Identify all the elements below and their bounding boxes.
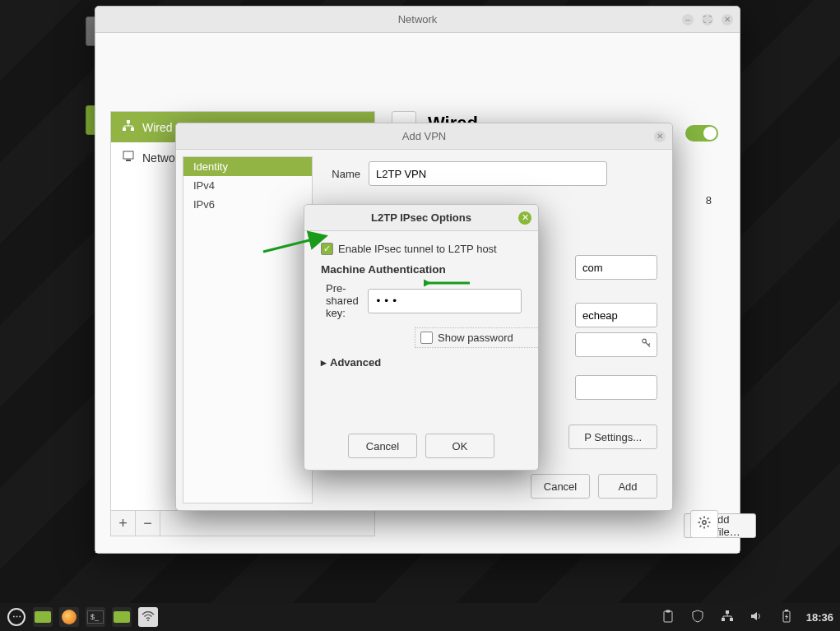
tab-ipv4[interactable]: IPv4: [183, 176, 312, 195]
machine-auth-heading: Machine Authentication: [321, 263, 522, 276]
terminal-launcher[interactable]: $_: [86, 607, 105, 627]
maximize-button[interactable]: ⛶: [702, 14, 713, 26]
wired-icon: [123, 120, 134, 134]
files-launcher[interactable]: [112, 607, 132, 627]
svg-point-14: [643, 339, 647, 343]
remove-connection-button[interactable]: −: [136, 511, 160, 536]
chevron-right-icon: ▸: [321, 356, 327, 369]
speaker-icon: [750, 610, 763, 624]
file-manager-launcher[interactable]: [33, 607, 53, 627]
psk-label: Pre-shared key:: [326, 282, 360, 319]
clipboard-tray-icon[interactable]: [658, 607, 678, 627]
folder-icon: [35, 611, 51, 623]
ntdomain-input-partial[interactable]: [575, 375, 657, 400]
mint-logo-icon: ⋯: [7, 608, 26, 626]
wifi-icon: [142, 610, 155, 624]
window-title: Add VPN: [402, 130, 446, 142]
network-tray-launcher[interactable]: [138, 607, 158, 627]
ppp-settings-button[interactable]: P Settings...: [569, 425, 657, 449]
svg-line-13: [708, 518, 709, 520]
connection-toggle[interactable]: [685, 125, 718, 142]
connection-settings-button[interactable]: [690, 510, 718, 538]
add-vpn-titlebar[interactable]: Add VPN ✕: [176, 123, 672, 150]
enable-ipsec-label: Enable IPsec tunnel to L2TP host: [338, 243, 497, 255]
enable-ipsec-checkbox[interactable]: ✓: [321, 243, 333, 255]
wired-network-icon: [722, 610, 733, 624]
firefox-icon: [62, 610, 77, 624]
list-footer: + −: [110, 511, 375, 536]
svg-rect-20: [726, 610, 729, 614]
svg-point-5: [703, 521, 706, 524]
svg-rect-21: [722, 618, 725, 621]
folder-icon: [114, 611, 130, 623]
close-button[interactable]: ✕: [722, 14, 733, 26]
sidebar-item-label: Netwo: [142, 151, 175, 165]
username-input-partial[interactable]: [575, 303, 657, 327]
close-button[interactable]: ✕: [518, 211, 531, 225]
volume-tray-icon[interactable]: [747, 607, 767, 627]
enable-ipsec-checkbox-row[interactable]: ✓ Enable IPsec tunnel to L2TP host: [321, 243, 522, 255]
cancel-button[interactable]: Cancel: [531, 474, 590, 499]
network-tray-icon[interactable]: [717, 607, 737, 627]
svg-line-12: [700, 526, 702, 527]
partial-rate-text: 8: [706, 194, 712, 206]
ok-button[interactable]: OK: [425, 434, 494, 458]
svg-line-11: [708, 526, 709, 527]
ipsec-titlebar[interactable]: L2TP IPsec Options ✕: [304, 205, 538, 231]
window-title: L2TP IPsec Options: [371, 211, 471, 224]
window-title: Network: [398, 13, 438, 26]
advanced-expander[interactable]: ▸ Advanced: [321, 356, 522, 369]
taskbar: ⋯ $_ 18:36: [0, 603, 840, 631]
close-button[interactable]: ✕: [654, 131, 666, 142]
sidebar-item-label: Wired: [142, 121, 173, 134]
vpn-name-input[interactable]: [369, 161, 607, 186]
battery-tray-icon[interactable]: [777, 607, 796, 627]
gear-icon: [698, 516, 711, 532]
svg-rect-19: [666, 610, 670, 612]
psk-input[interactable]: [368, 289, 522, 313]
show-password-row[interactable]: Show password: [415, 327, 540, 348]
minimize-button[interactable]: –: [682, 14, 694, 26]
svg-rect-3: [123, 151, 133, 159]
svg-point-17: [147, 619, 149, 621]
tab-identity[interactable]: Identity: [183, 157, 312, 176]
start-menu-button[interactable]: ⋯: [7, 607, 26, 627]
advanced-label: Advanced: [330, 356, 381, 369]
cancel-button[interactable]: Cancel: [348, 434, 417, 458]
svg-rect-2: [131, 128, 134, 131]
svg-rect-22: [730, 618, 733, 621]
add-button[interactable]: Add: [598, 474, 657, 499]
proxy-icon: [123, 151, 134, 165]
svg-line-10: [700, 518, 702, 520]
svg-rect-0: [127, 120, 130, 123]
show-password-label: Show password: [438, 332, 513, 344]
svg-rect-4: [126, 160, 131, 161]
battery-icon: [782, 610, 791, 625]
svg-rect-24: [785, 610, 788, 611]
firefox-launcher[interactable]: [59, 607, 79, 627]
svg-rect-18: [664, 611, 672, 622]
name-label: Name: [327, 168, 360, 180]
ipsec-options-window: L2TP IPsec Options ✕ ✓ Enable IPsec tunn…: [304, 204, 539, 471]
clipboard-icon: [662, 610, 674, 625]
shield-tray-icon[interactable]: [688, 607, 708, 627]
add-connection-button[interactable]: +: [111, 511, 136, 536]
gateway-input-partial[interactable]: [575, 255, 657, 280]
shield-icon: [692, 610, 703, 625]
taskbar-clock[interactable]: 18:36: [806, 611, 833, 624]
tab-ipv6[interactable]: IPv6: [183, 195, 312, 214]
show-password-checkbox[interactable]: [420, 332, 433, 344]
vpn-nav: Identity IPv4 IPv6: [183, 156, 313, 503]
svg-rect-1: [123, 128, 126, 131]
terminal-icon: $_: [87, 610, 104, 624]
network-window-titlebar[interactable]: Network – ⛶ ✕: [95, 7, 740, 33]
password-store-icon[interactable]: [641, 338, 652, 352]
